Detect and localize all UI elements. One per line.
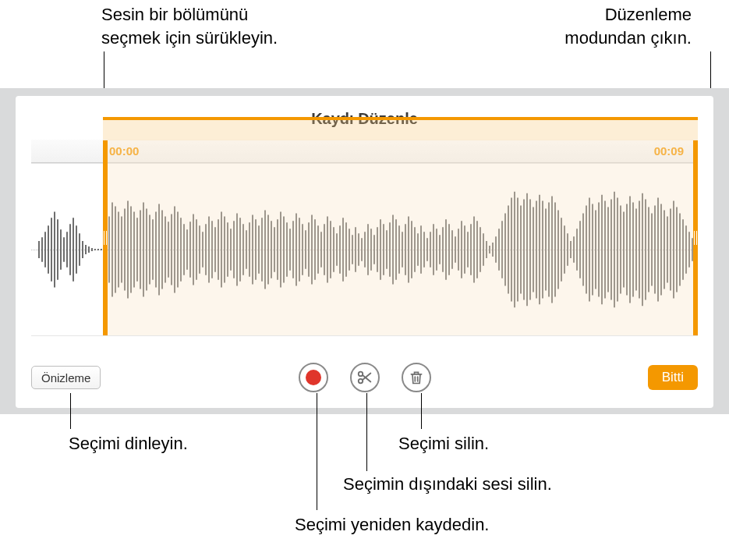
trash-icon: [409, 369, 424, 386]
selection-region[interactable]: [103, 140, 698, 335]
waveform-area[interactable]: [31, 163, 698, 336]
callout-rerecord: Seçimi yeniden kaydedin.: [295, 513, 489, 537]
leader-line: [70, 393, 71, 429]
leader-line: [317, 393, 317, 510]
center-tools: [299, 363, 431, 392]
panel-title: Kaydı Düzenle: [16, 110, 713, 128]
record-icon: [306, 370, 321, 385]
callout-exit-edit: Düzenleme modundan çıkın.: [564, 3, 692, 49]
done-button[interactable]: Bitti: [648, 365, 698, 390]
record-button[interactable]: [299, 363, 328, 392]
leader-line: [421, 393, 422, 429]
edit-panel: Kaydı Düzenle 00:00 00:09 Önizleme: [16, 96, 713, 408]
leader-line: [366, 393, 367, 471]
controls-bar: Önizleme: [31, 363, 698, 392]
scissors-icon: [356, 369, 373, 386]
trim-button[interactable]: [350, 363, 380, 392]
selection-handle-right[interactable]: [693, 227, 698, 249]
selection-handle-left[interactable]: [103, 227, 108, 249]
callout-delete-selection: Seçimi silin.: [398, 432, 489, 455]
callout-listen-selection: Seçimi dinleyin.: [69, 432, 188, 455]
callout-delete-outside: Seçimin dışındaki sesi silin.: [343, 473, 552, 496]
delete-button[interactable]: [402, 363, 431, 392]
callout-drag-select: Sesin bir bölümünü seçmek için sürükleyi…: [101, 3, 278, 49]
preview-button[interactable]: Önizleme: [31, 366, 101, 389]
timeline: 00:00 00:09: [31, 140, 698, 336]
